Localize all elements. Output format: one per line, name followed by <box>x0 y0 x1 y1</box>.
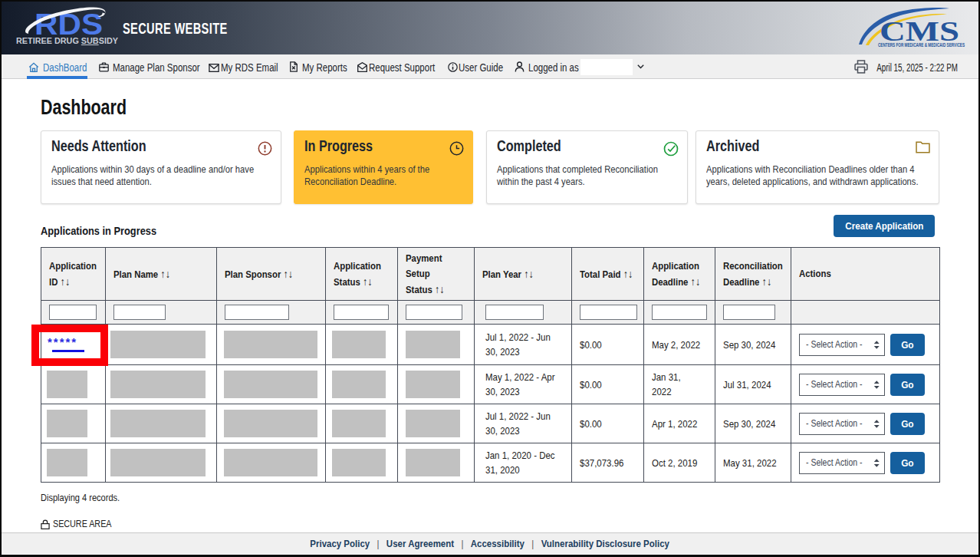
svg-text:CENTERS FOR MEDICARE & MEDICAI: CENTERS FOR MEDICARE & MEDICAID SERVICES <box>878 42 965 48</box>
svg-text:RETIREE DRUG SUBSIDY: RETIREE DRUG SUBSIDY <box>16 37 118 45</box>
